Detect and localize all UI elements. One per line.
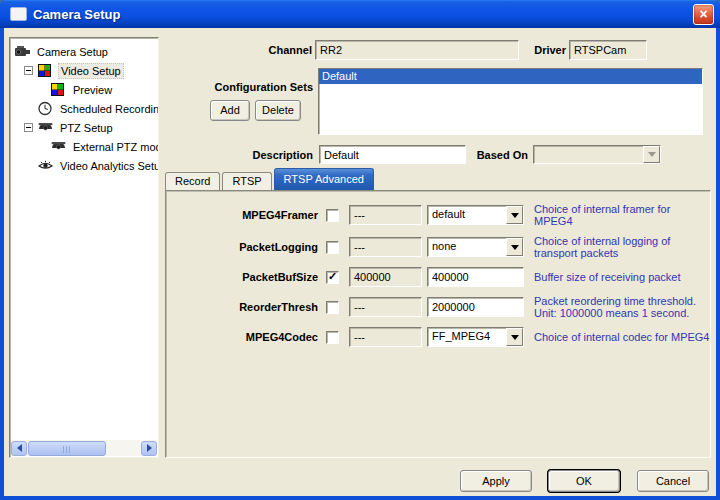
tree-item-video-setup[interactable]: Video Setup (10, 61, 158, 80)
mpeg4codec-checkbox[interactable] (326, 331, 339, 344)
mpeg4framer-description: Choice of internal framer for MPEG4 (534, 203, 710, 227)
packetlogging-dropdown[interactable]: none (427, 237, 524, 257)
chevron-down-icon (643, 146, 660, 163)
tree-item-label: Video Setup (58, 63, 124, 79)
tree-item-label: Preview (71, 83, 114, 97)
mpeg4codec-default-field: --- (349, 327, 422, 347)
mpeg4codec-description: Choice of internal codec for MPEG4 (534, 331, 710, 343)
configuration-sets-label: Configuration Sets (196, 81, 313, 93)
tree-item-video-analytics[interactable]: Video Analytics Setup (10, 156, 158, 175)
tree-item-preview[interactable]: Preview (10, 80, 158, 99)
cancel-button[interactable]: Cancel (637, 470, 709, 492)
mpeg4framer-dropdown[interactable]: default (427, 205, 524, 225)
dome-camera-icon (50, 139, 67, 154)
titlebar[interactable]: Camera Setup × (0, 0, 720, 28)
window-title: Camera Setup (33, 7, 693, 22)
packetbufsize-description: Buffer size of receiving packet (534, 271, 710, 283)
mpeg4framer-checkbox[interactable] (326, 209, 339, 222)
tree-item-scheduled-recording[interactable]: Scheduled Recording S (10, 99, 158, 118)
tree-item-label: Scheduled Recording S (58, 102, 159, 116)
reorderthresh-checkbox[interactable] (326, 301, 339, 314)
packetlogging-default-field: --- (349, 237, 422, 257)
channel-label: Channel (234, 44, 312, 56)
add-button[interactable]: Add (210, 100, 250, 121)
form-row-packetlogging: PacketLogging --- none Choice of interna… (200, 235, 710, 259)
tab-rtsp[interactable]: RTSP (222, 172, 271, 190)
driver-field: RTSPCam (569, 40, 647, 60)
channel-field: RR2 (315, 40, 519, 60)
tab-bar: Record RTSP RTSP Advanced (165, 168, 376, 190)
reorderthresh-description: Packet reordering time threshold. Unit: … (534, 295, 710, 319)
packetlogging-description: Choice of internal logging of transport … (534, 235, 710, 259)
packetbufsize-default-field: 400000 (349, 267, 422, 287)
list-item[interactable]: Default (319, 69, 702, 84)
reorderthresh-default-field: --- (349, 297, 422, 317)
configuration-sets-list[interactable]: Default (318, 68, 703, 135)
scroll-left-arrow[interactable] (11, 441, 27, 456)
video-camera-icon (14, 44, 31, 59)
tab-rtsp-advanced[interactable]: RTSP Advanced (274, 168, 374, 190)
based-on-label: Based On (464, 149, 528, 161)
tree-item-external-ptz[interactable]: External PTZ mod (10, 137, 158, 156)
mpeg4framer-label: MPEG4Framer (200, 209, 318, 221)
tree-horizontal-scrollbar[interactable] (11, 440, 157, 456)
packetlogging-label: PacketLogging (200, 241, 318, 253)
chevron-down-icon[interactable] (506, 238, 523, 256)
chevron-down-icon[interactable] (506, 328, 523, 346)
dome-camera-icon (37, 120, 54, 135)
packetbufsize-input[interactable]: 400000 (427, 267, 524, 287)
scroll-thumb[interactable] (28, 441, 106, 456)
description-label: Description (235, 149, 313, 161)
description-input[interactable]: Default (319, 145, 466, 164)
tree-item-camera-setup[interactable]: Camera Setup (10, 42, 158, 61)
reorderthresh-input[interactable]: 2000000 (427, 297, 524, 317)
tree-item-label: PTZ Setup (58, 121, 115, 135)
packetlogging-checkbox[interactable] (326, 241, 339, 254)
tab-record[interactable]: Record (165, 172, 220, 190)
mpeg4codec-label: MPEG4Codec (200, 331, 318, 343)
tree-item-label: External PTZ mod (71, 140, 159, 154)
form-row-mpeg4codec: MPEG4Codec --- FF_MPEG4 Choice of intern… (200, 327, 710, 347)
window-icon (10, 7, 27, 21)
packetbufsize-checkbox[interactable]: ✓ (326, 271, 339, 284)
based-on-value (534, 146, 643, 163)
mpeg4codec-dropdown[interactable]: FF_MPEG4 (427, 327, 524, 347)
collapse-minus-icon[interactable] (24, 123, 33, 132)
tree-item-ptz-setup[interactable]: PTZ Setup (10, 118, 158, 137)
form-row-reorderthresh: ReorderThresh --- 2000000 Packet reorder… (200, 295, 710, 319)
reorderthresh-label: ReorderThresh (200, 301, 318, 313)
delete-button[interactable]: Delete (255, 100, 301, 121)
collapse-minus-icon[interactable] (24, 66, 33, 75)
driver-label: Driver (502, 44, 566, 56)
clock-icon (37, 101, 54, 116)
scroll-right-arrow[interactable] (141, 441, 157, 456)
rtsp-advanced-panel: MPEG4Framer --- default Choice of intern… (165, 190, 711, 458)
color-grid-icon (50, 82, 67, 97)
mpeg4framer-default-field: --- (349, 205, 422, 225)
chevron-down-icon[interactable] (506, 206, 523, 224)
close-icon[interactable]: × (693, 4, 714, 25)
based-on-dropdown (533, 145, 661, 164)
apply-button[interactable]: Apply (460, 470, 532, 492)
navigation-tree[interactable]: Camera Setup Video Setup Preview Sched (9, 37, 159, 458)
packetbufsize-label: PacketBufSize (200, 271, 318, 283)
form-row-packetbufsize: PacketBufSize ✓ 400000 400000 Buffer siz… (200, 267, 710, 287)
tree-item-label: Camera Setup (35, 45, 110, 59)
color-grid-icon (37, 63, 54, 78)
ok-button[interactable]: OK (548, 470, 620, 492)
tree-item-label: Video Analytics Setup (58, 159, 159, 173)
eye-icon (37, 158, 54, 173)
form-row-mpeg4framer: MPEG4Framer --- default Choice of intern… (200, 203, 710, 227)
camera-setup-dialog: Camera Setup × Camera Setup Video Setup (0, 0, 720, 500)
dialog-body: Camera Setup Video Setup Preview Sched (4, 28, 716, 496)
